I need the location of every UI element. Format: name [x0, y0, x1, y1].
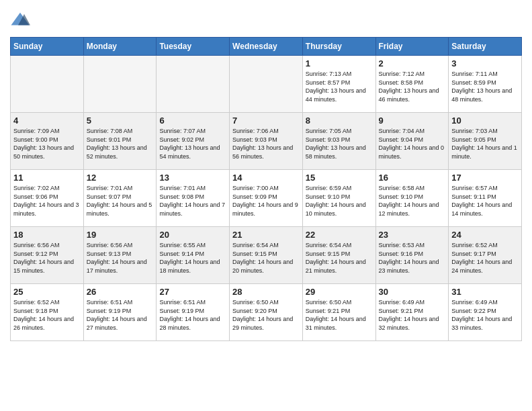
day-number: 23: [379, 230, 446, 240]
calendar-cell: 17Sunrise: 6:57 AMSunset: 9:11 PMDayligh…: [449, 170, 522, 227]
day-number: 2: [379, 58, 446, 68]
day-header-saturday: Saturday: [449, 38, 522, 56]
day-header-wednesday: Wednesday: [230, 38, 303, 56]
day-info: Sunrise: 6:52 AMSunset: 9:18 PMDaylight:…: [13, 298, 81, 332]
day-info: Sunrise: 7:07 AMSunset: 9:02 PMDaylight:…: [159, 127, 226, 161]
day-number: 8: [306, 116, 373, 126]
day-info: Sunrise: 6:54 AMSunset: 9:15 PMDaylight:…: [306, 241, 373, 275]
calendar-cell: 24Sunrise: 6:52 AMSunset: 9:17 PMDayligh…: [449, 227, 522, 284]
day-number: 4: [13, 116, 81, 126]
day-info: Sunrise: 6:51 AMSunset: 9:19 PMDaylight:…: [87, 298, 154, 332]
day-number: 5: [87, 116, 154, 126]
calendar-cell: [157, 56, 230, 113]
day-number: 31: [451, 287, 519, 297]
calendar-header-row: SundayMondayTuesdayWednesdayThursdayFrid…: [11, 38, 522, 56]
day-info: Sunrise: 6:56 AMSunset: 9:12 PMDaylight:…: [13, 241, 81, 275]
calendar-cell: 13Sunrise: 7:01 AMSunset: 9:08 PMDayligh…: [157, 170, 230, 227]
calendar-cell: 29Sunrise: 6:50 AMSunset: 9:21 PMDayligh…: [302, 284, 375, 341]
calendar-table: SundayMondayTuesdayWednesdayThursdayFrid…: [10, 37, 522, 341]
day-number: 29: [306, 287, 373, 297]
calendar-cell: 31Sunrise: 6:49 AMSunset: 9:22 PMDayligh…: [449, 284, 522, 341]
calendar-cell: 9Sunrise: 7:04 AMSunset: 9:04 PMDaylight…: [375, 113, 449, 170]
day-info: Sunrise: 7:02 AMSunset: 9:06 PMDaylight:…: [13, 184, 81, 218]
day-header-monday: Monday: [83, 38, 157, 56]
day-info: Sunrise: 7:05 AMSunset: 9:03 PMDaylight:…: [306, 127, 373, 161]
logo: [10, 10, 34, 30]
day-info: Sunrise: 6:50 AMSunset: 9:21 PMDaylight:…: [306, 298, 373, 332]
day-info: Sunrise: 7:03 AMSunset: 9:05 PMDaylight:…: [451, 127, 519, 161]
calendar-cell: 10Sunrise: 7:03 AMSunset: 9:05 PMDayligh…: [449, 113, 522, 170]
calendar-cell: 28Sunrise: 6:50 AMSunset: 9:20 PMDayligh…: [230, 284, 303, 341]
day-number: 12: [87, 173, 154, 183]
logo-icon: [10, 10, 30, 30]
day-info: Sunrise: 6:50 AMSunset: 9:20 PMDaylight:…: [232, 298, 300, 332]
calendar-cell: 1Sunrise: 7:13 AMSunset: 8:57 PMDaylight…: [302, 56, 375, 113]
day-info: Sunrise: 6:58 AMSunset: 9:10 PMDaylight:…: [379, 184, 446, 218]
calendar-cell: [230, 56, 303, 113]
calendar-cell: 16Sunrise: 6:58 AMSunset: 9:10 PMDayligh…: [375, 170, 449, 227]
day-number: 16: [379, 173, 446, 183]
calendar-cell: 12Sunrise: 7:01 AMSunset: 9:07 PMDayligh…: [83, 170, 157, 227]
day-info: Sunrise: 6:59 AMSunset: 9:10 PMDaylight:…: [306, 184, 373, 218]
day-info: Sunrise: 7:01 AMSunset: 9:07 PMDaylight:…: [87, 184, 154, 218]
day-number: 22: [306, 230, 373, 240]
day-info: Sunrise: 6:49 AMSunset: 9:22 PMDaylight:…: [451, 298, 519, 332]
calendar-cell: 2Sunrise: 7:12 AMSunset: 8:58 PMDaylight…: [375, 56, 449, 113]
calendar-cell: 8Sunrise: 7:05 AMSunset: 9:03 PMDaylight…: [302, 113, 375, 170]
calendar-cell: 3Sunrise: 7:11 AMSunset: 8:59 PMDaylight…: [449, 56, 522, 113]
day-info: Sunrise: 7:04 AMSunset: 9:04 PMDaylight:…: [379, 127, 446, 161]
day-info: Sunrise: 6:57 AMSunset: 9:11 PMDaylight:…: [451, 184, 519, 218]
day-number: 9: [379, 116, 446, 126]
day-info: Sunrise: 6:53 AMSunset: 9:16 PMDaylight:…: [379, 241, 446, 275]
calendar-cell: 27Sunrise: 6:51 AMSunset: 9:19 PMDayligh…: [157, 284, 230, 341]
day-header-sunday: Sunday: [11, 38, 84, 56]
day-number: 14: [232, 173, 300, 183]
calendar-cell: 5Sunrise: 7:08 AMSunset: 9:01 PMDaylight…: [83, 113, 157, 170]
calendar-cell: 25Sunrise: 6:52 AMSunset: 9:18 PMDayligh…: [11, 284, 84, 341]
day-info: Sunrise: 7:08 AMSunset: 9:01 PMDaylight:…: [87, 127, 154, 161]
calendar-week-3: 11Sunrise: 7:02 AMSunset: 9:06 PMDayligh…: [11, 170, 522, 227]
day-info: Sunrise: 6:52 AMSunset: 9:17 PMDaylight:…: [451, 241, 519, 275]
day-info: Sunrise: 6:49 AMSunset: 9:21 PMDaylight:…: [379, 298, 446, 332]
calendar-week-5: 25Sunrise: 6:52 AMSunset: 9:18 PMDayligh…: [11, 284, 522, 341]
day-number: 13: [159, 173, 226, 183]
calendar-cell: [11, 56, 84, 113]
day-number: 10: [451, 116, 519, 126]
day-info: Sunrise: 7:09 AMSunset: 9:00 PMDaylight:…: [13, 127, 81, 161]
calendar-cell: 11Sunrise: 7:02 AMSunset: 9:06 PMDayligh…: [11, 170, 84, 227]
day-number: 24: [451, 230, 519, 240]
day-number: 21: [232, 230, 300, 240]
calendar-cell: 19Sunrise: 6:56 AMSunset: 9:13 PMDayligh…: [83, 227, 157, 284]
day-number: 27: [159, 287, 226, 297]
calendar-cell: 18Sunrise: 6:56 AMSunset: 9:12 PMDayligh…: [11, 227, 84, 284]
day-info: Sunrise: 7:12 AMSunset: 8:58 PMDaylight:…: [379, 70, 446, 103]
calendar-week-2: 4Sunrise: 7:09 AMSunset: 9:00 PMDaylight…: [11, 113, 522, 170]
day-info: Sunrise: 7:06 AMSunset: 9:03 PMDaylight:…: [232, 127, 300, 161]
calendar-cell: [83, 56, 157, 113]
day-info: Sunrise: 6:56 AMSunset: 9:13 PMDaylight:…: [87, 241, 154, 275]
day-number: 3: [451, 58, 519, 68]
day-info: Sunrise: 6:51 AMSunset: 9:19 PMDaylight:…: [159, 298, 226, 332]
day-number: 28: [232, 287, 300, 297]
day-number: 6: [159, 116, 226, 126]
calendar-cell: 7Sunrise: 7:06 AMSunset: 9:03 PMDaylight…: [230, 113, 303, 170]
calendar-cell: 20Sunrise: 6:55 AMSunset: 9:14 PMDayligh…: [157, 227, 230, 284]
calendar-cell: 21Sunrise: 6:54 AMSunset: 9:15 PMDayligh…: [230, 227, 303, 284]
day-header-friday: Friday: [375, 38, 449, 56]
day-info: Sunrise: 7:11 AMSunset: 8:59 PMDaylight:…: [451, 70, 519, 103]
calendar-cell: 26Sunrise: 6:51 AMSunset: 9:19 PMDayligh…: [83, 284, 157, 341]
day-number: 30: [379, 287, 446, 297]
day-number: 11: [13, 173, 81, 183]
day-number: 1: [306, 58, 373, 68]
day-number: 25: [13, 287, 81, 297]
day-number: 15: [306, 173, 373, 183]
calendar-cell: 6Sunrise: 7:07 AMSunset: 9:02 PMDaylight…: [157, 113, 230, 170]
calendar-cell: 15Sunrise: 6:59 AMSunset: 9:10 PMDayligh…: [302, 170, 375, 227]
day-info: Sunrise: 7:13 AMSunset: 8:57 PMDaylight:…: [306, 70, 373, 103]
page-header: [10, 10, 522, 30]
calendar-cell: 14Sunrise: 7:00 AMSunset: 9:09 PMDayligh…: [230, 170, 303, 227]
day-number: 7: [232, 116, 300, 126]
day-number: 26: [87, 287, 154, 297]
calendar-cell: 4Sunrise: 7:09 AMSunset: 9:00 PMDaylight…: [11, 113, 84, 170]
day-header-tuesday: Tuesday: [157, 38, 230, 56]
